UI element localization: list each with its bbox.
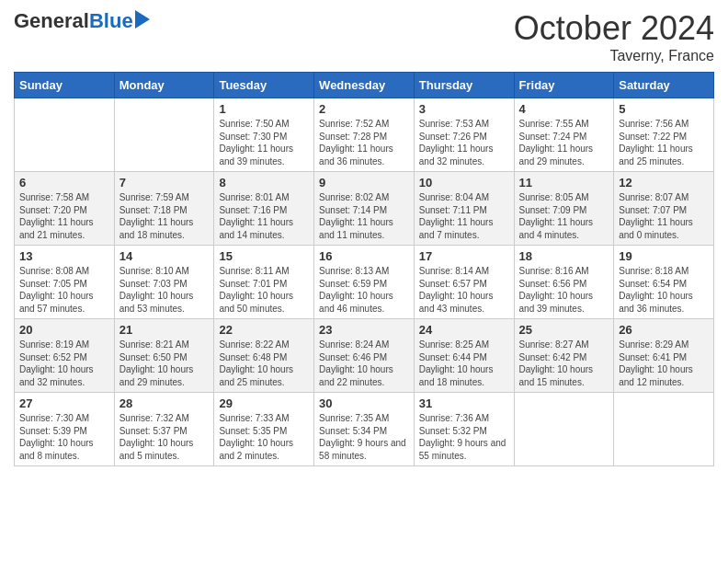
calendar-cell: 8Sunrise: 8:01 AM Sunset: 7:16 PM Daylig… [214,172,314,246]
calendar-cell: 11Sunrise: 8:05 AM Sunset: 7:09 PM Dayli… [514,172,614,246]
calendar-cell: 27Sunrise: 7:30 AM Sunset: 5:39 PM Dayli… [15,393,115,466]
day-number: 17 [419,249,509,263]
calendar-cell: 17Sunrise: 8:14 AM Sunset: 6:57 PM Dayli… [414,246,514,319]
calendar-cell: 4Sunrise: 7:55 AM Sunset: 7:24 PM Daylig… [514,98,614,172]
logo-blue-text: Blue [89,9,133,33]
calendar-cell: 12Sunrise: 8:07 AM Sunset: 7:07 PM Dayli… [614,172,714,246]
location-heading: Taverny, France [514,48,714,64]
day-number: 19 [619,249,709,263]
day-number: 3 [419,102,509,116]
day-number: 18 [519,249,609,263]
day-number: 6 [19,176,109,190]
calendar-cell: 31Sunrise: 7:36 AM Sunset: 5:32 PM Dayli… [414,393,514,466]
calendar-cell: 6Sunrise: 7:58 AM Sunset: 7:20 PM Daylig… [15,172,115,246]
day-info: Sunrise: 7:32 AM Sunset: 5:37 PM Dayligh… [119,412,210,462]
calendar-cell: 13Sunrise: 8:08 AM Sunset: 7:05 PM Dayli… [15,246,115,319]
day-number: 16 [319,249,409,263]
logo-general-text: General [14,9,89,33]
calendar-cell: 26Sunrise: 8:29 AM Sunset: 6:41 PM Dayli… [614,319,714,393]
day-info: Sunrise: 7:52 AM Sunset: 7:28 PM Dayligh… [319,118,409,167]
day-info: Sunrise: 7:53 AM Sunset: 7:26 PM Dayligh… [419,118,509,167]
calendar-cell: 2Sunrise: 7:52 AM Sunset: 7:28 PM Daylig… [314,98,415,172]
calendar-week-row: 27Sunrise: 7:30 AM Sunset: 5:39 PM Dayli… [15,393,714,466]
day-info: Sunrise: 8:14 AM Sunset: 6:57 PM Dayligh… [419,265,509,315]
calendar-cell: 28Sunrise: 7:32 AM Sunset: 5:37 PM Dayli… [114,393,214,466]
calendar-table: SundayMondayTuesdayWednesdayThursdayFrid… [14,72,714,466]
day-info: Sunrise: 7:59 AM Sunset: 7:18 PM Dayligh… [119,191,210,241]
day-info: Sunrise: 8:27 AM Sunset: 6:42 PM Dayligh… [519,339,609,388]
calendar-cell: 16Sunrise: 8:13 AM Sunset: 6:59 PM Dayli… [314,246,415,319]
calendar-cell: 10Sunrise: 8:04 AM Sunset: 7:11 PM Dayli… [414,172,514,246]
calendar-cell: 9Sunrise: 8:02 AM Sunset: 7:14 PM Daylig… [314,172,415,246]
day-info: Sunrise: 8:18 AM Sunset: 6:54 PM Dayligh… [619,265,709,315]
day-info: Sunrise: 7:56 AM Sunset: 7:22 PM Dayligh… [619,118,709,167]
day-number: 8 [219,176,309,190]
day-number: 13 [19,249,109,263]
weekday-header: Saturday [614,73,714,98]
calendar-cell: 21Sunrise: 8:21 AM Sunset: 6:50 PM Dayli… [114,319,214,393]
day-number: 4 [519,102,609,116]
calendar-cell: 5Sunrise: 7:56 AM Sunset: 7:22 PM Daylig… [614,98,714,172]
calendar-week-row: 1Sunrise: 7:50 AM Sunset: 7:30 PM Daylig… [15,98,714,172]
calendar-cell [114,98,214,172]
day-info: Sunrise: 8:10 AM Sunset: 7:03 PM Dayligh… [119,265,210,315]
calendar-cell: 29Sunrise: 7:33 AM Sunset: 5:35 PM Dayli… [214,393,314,466]
calendar-cell: 14Sunrise: 8:10 AM Sunset: 7:03 PM Dayli… [114,246,214,319]
calendar-cell: 22Sunrise: 8:22 AM Sunset: 6:48 PM Dayli… [214,319,314,393]
logo: General Blue [14,9,150,33]
day-info: Sunrise: 8:08 AM Sunset: 7:05 PM Dayligh… [19,265,109,315]
weekday-header: Wednesday [314,73,415,98]
day-info: Sunrise: 8:19 AM Sunset: 6:52 PM Dayligh… [19,339,109,388]
day-number: 1 [219,102,309,116]
day-info: Sunrise: 8:05 AM Sunset: 7:09 PM Dayligh… [519,191,609,241]
day-info: Sunrise: 8:11 AM Sunset: 7:01 PM Dayligh… [219,265,309,315]
day-number: 11 [519,176,609,190]
calendar-header-row: SundayMondayTuesdayWednesdayThursdayFrid… [15,73,714,98]
day-info: Sunrise: 8:21 AM Sunset: 6:50 PM Dayligh… [119,339,210,388]
day-info: Sunrise: 7:50 AM Sunset: 7:30 PM Dayligh… [219,118,309,167]
day-info: Sunrise: 7:30 AM Sunset: 5:39 PM Dayligh… [19,412,109,462]
calendar-week-row: 6Sunrise: 7:58 AM Sunset: 7:20 PM Daylig… [15,172,714,246]
calendar-cell: 23Sunrise: 8:24 AM Sunset: 6:46 PM Dayli… [314,319,415,393]
weekday-header: Friday [514,73,614,98]
calendar-cell [614,393,714,466]
day-number: 29 [219,396,309,410]
day-number: 31 [419,396,509,410]
day-number: 24 [419,323,509,337]
day-info: Sunrise: 8:02 AM Sunset: 7:14 PM Dayligh… [319,191,409,241]
calendar-cell: 19Sunrise: 8:18 AM Sunset: 6:54 PM Dayli… [614,246,714,319]
day-number: 15 [219,249,309,263]
weekday-header: Sunday [15,73,115,98]
day-info: Sunrise: 7:33 AM Sunset: 5:35 PM Dayligh… [219,412,309,462]
calendar-week-row: 13Sunrise: 8:08 AM Sunset: 7:05 PM Dayli… [15,246,714,319]
day-info: Sunrise: 8:07 AM Sunset: 7:07 PM Dayligh… [619,191,709,241]
month-title: October 2024 Taverny, France [514,9,714,64]
day-info: Sunrise: 8:04 AM Sunset: 7:11 PM Dayligh… [419,191,509,241]
calendar-cell: 24Sunrise: 8:25 AM Sunset: 6:44 PM Dayli… [414,319,514,393]
day-info: Sunrise: 7:55 AM Sunset: 7:24 PM Dayligh… [519,118,609,167]
page-header: General Blue October 2024 Taverny, Franc… [14,9,714,64]
calendar-week-row: 20Sunrise: 8:19 AM Sunset: 6:52 PM Dayli… [15,319,714,393]
calendar-cell: 3Sunrise: 7:53 AM Sunset: 7:26 PM Daylig… [414,98,514,172]
day-info: Sunrise: 8:13 AM Sunset: 6:59 PM Dayligh… [319,265,409,315]
calendar-cell: 20Sunrise: 8:19 AM Sunset: 6:52 PM Dayli… [15,319,115,393]
day-number: 28 [119,396,210,410]
day-info: Sunrise: 8:29 AM Sunset: 6:41 PM Dayligh… [619,339,709,388]
day-info: Sunrise: 8:01 AM Sunset: 7:16 PM Dayligh… [219,191,309,241]
month-year-heading: October 2024 [514,9,714,48]
calendar-cell: 18Sunrise: 8:16 AM Sunset: 6:56 PM Dayli… [514,246,614,319]
calendar-cell: 30Sunrise: 7:35 AM Sunset: 5:34 PM Dayli… [314,393,415,466]
calendar-cell: 7Sunrise: 7:59 AM Sunset: 7:18 PM Daylig… [114,172,214,246]
calendar-cell [15,98,115,172]
day-number: 12 [619,176,709,190]
day-number: 9 [319,176,409,190]
day-number: 26 [619,323,709,337]
day-info: Sunrise: 8:16 AM Sunset: 6:56 PM Dayligh… [519,265,609,315]
day-info: Sunrise: 7:35 AM Sunset: 5:34 PM Dayligh… [319,412,409,462]
logo-arrow-icon [135,10,150,29]
day-info: Sunrise: 7:36 AM Sunset: 5:32 PM Dayligh… [419,412,509,462]
weekday-header: Thursday [414,73,514,98]
day-info: Sunrise: 8:24 AM Sunset: 6:46 PM Dayligh… [319,339,409,388]
day-number: 27 [19,396,109,410]
day-number: 2 [319,102,409,116]
